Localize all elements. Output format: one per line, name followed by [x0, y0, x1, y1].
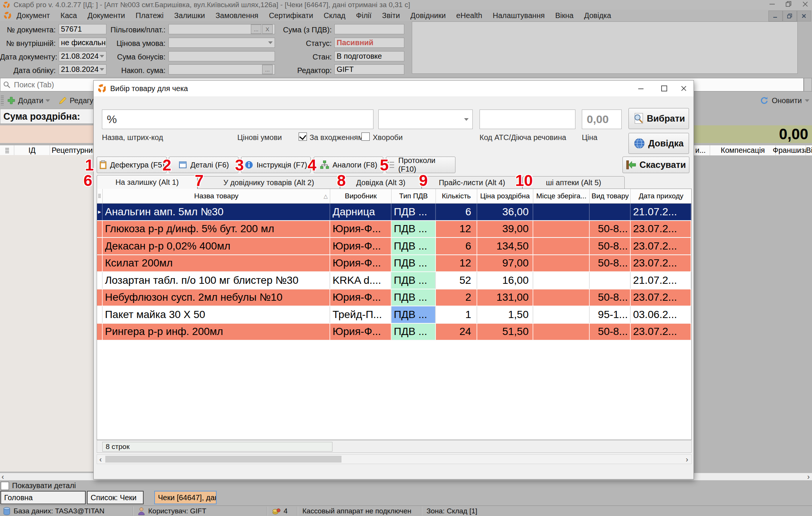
menu-item-platezhi[interactable]: Платежі — [131, 11, 169, 20]
refresh-button[interactable]: Оновити — [760, 94, 809, 107]
price-conditions-combo[interactable] — [378, 110, 473, 129]
add-button[interactable]: Додати — [18, 96, 43, 105]
chevron-down-icon[interactable] — [268, 41, 273, 44]
column-header-vidpu[interactable]: Відпу — [806, 145, 812, 155]
tab-u-dovidnyku-tovariv[interactable]: У довіднику товарів (Alt 2) — [197, 176, 340, 189]
mdi-restore-icon[interactable] — [783, 11, 797, 21]
column-header-partial[interactable]: и... — [691, 145, 710, 155]
scroll-left-icon[interactable]: ‹ — [2, 473, 4, 480]
diseases-checkbox[interactable] — [361, 132, 370, 141]
menu-item-zvity[interactable]: Звіти — [377, 11, 405, 20]
refresh-dropdown-icon[interactable] — [805, 99, 809, 102]
add-dropdown-icon[interactable] — [46, 99, 50, 102]
menu-item-dovidnyky[interactable]: Довідники — [405, 11, 451, 20]
help-button[interactable]: Довідка — [628, 133, 689, 154]
menu-item-sklad[interactable]: Склад — [319, 11, 351, 20]
doc-number-field[interactable]: 57671 — [59, 24, 106, 34]
price-input[interactable] — [582, 110, 621, 129]
annotation-5: 5 — [380, 157, 389, 174]
toolbar-grip[interactable] — [1, 96, 4, 105]
menu-item-vikna[interactable]: Вікна — [550, 11, 579, 20]
mdi-close-icon[interactable] — [797, 11, 811, 21]
menu-item-sertyfikaty[interactable]: Сертифікати — [264, 11, 319, 20]
table-row[interactable]: ▸ Анальгин амп. 5мл №30 Дарница ПДВ ... … — [97, 204, 691, 221]
column-header-vat[interactable]: Тип ПДВ — [392, 189, 436, 203]
column-header-qty[interactable]: Кількість — [436, 189, 477, 203]
menu-item-dovidka[interactable]: Довідка — [579, 11, 616, 20]
menu-item-nalashtuvannia[interactable]: Налаштування — [487, 11, 550, 20]
sum-vat-field[interactable] — [334, 24, 404, 34]
close-icon[interactable] — [802, 1, 808, 9]
column-header-price[interactable]: Ціна роздрібна — [477, 189, 533, 203]
dialog-hscrollbar[interactable]: ‹ › — [97, 454, 692, 464]
menu-item-dokumenty[interactable]: Документи — [82, 11, 131, 20]
column-header-storage[interactable]: Місце зберіга... — [533, 189, 590, 203]
accum-sum-browse-button[interactable]: ... — [262, 65, 273, 74]
doc-date-field[interactable]: 21.08.2024 — [59, 51, 106, 61]
mdi-minimize-icon[interactable] — [768, 11, 783, 21]
scroll-left-icon[interactable]: ‹ — [99, 455, 102, 464]
beneficiary-clear-button[interactable]: X — [262, 24, 273, 34]
table-row[interactable]: Глюкоза р-р д/инф. 5% бут. 200 мл Юрия-Ф… — [97, 221, 691, 238]
menu-item-zalyshky[interactable]: Залишки — [169, 11, 210, 20]
product-search-input[interactable] — [102, 110, 373, 129]
scroll-right-icon[interactable]: › — [807, 473, 810, 480]
product-search-box — [102, 110, 373, 129]
analogs-button[interactable]: Аналоги (F8) — [314, 157, 383, 173]
account-date-field[interactable]: 21.08.2024 — [59, 64, 106, 75]
table-row[interactable]: Рингера р-р инф. 200мл Юрия-Ф... ПДВ ...… — [97, 324, 691, 341]
column-header-kompensatsiia[interactable]: Компенсація — [710, 145, 776, 155]
details-button[interactable]: Деталі (F6) — [169, 157, 238, 173]
column-header-manufacturer[interactable]: Виробник — [330, 189, 392, 203]
price-condition-select[interactable] — [168, 38, 275, 48]
by-occurrence-checkbox[interactable] — [299, 132, 307, 141]
tab-inshi-apteky[interactable]: ші аптеки (Alt 5) — [522, 176, 625, 189]
internal-number-field[interactable]: не фискальный — [59, 38, 106, 48]
column-header-kind[interactable]: Вид товару — [590, 189, 631, 203]
table-row[interactable]: Ксилат 200мл Юрия-Ф... ПДВ ... 12 97,00 … — [97, 255, 691, 272]
show-details-checkbox[interactable] — [1, 482, 9, 490]
cell-manufacturer: KRKA d.... — [330, 272, 392, 289]
dialog-maximize-icon[interactable] — [656, 81, 673, 96]
column-header-id[interactable]: ІД — [14, 145, 50, 155]
tab-dovidka[interactable]: Довідка (Alt 3) — [340, 176, 422, 189]
tab-cheky-64647[interactable]: Чеки [64647], дані ... — [154, 491, 217, 504]
menu-item-kasa[interactable]: Каса — [55, 11, 82, 20]
cell-manufacturer: Дарница — [330, 204, 392, 220]
accum-sum-field[interactable]: ... — [168, 64, 275, 75]
column-header-franshyza[interactable]: Франшиза — [776, 145, 806, 155]
defektura-button[interactable]: Дефектура (F5) — [97, 157, 167, 173]
select-button[interactable]: Вибрати — [628, 108, 689, 129]
menu-item-ehealth[interactable]: eHealth — [451, 11, 487, 20]
menu-item-zamovlennia[interactable]: Замовлення — [210, 11, 264, 20]
menu-item-dokument[interactable]: Документ — [11, 11, 55, 20]
cancel-button[interactable]: Скасувати — [622, 157, 689, 173]
protocols-button[interactable]: Протоколи (F10) — [386, 157, 455, 173]
restore-icon[interactable] — [786, 1, 792, 9]
column-header-name[interactable]: Назва товару △ — [103, 189, 330, 203]
beneficiary-browse-button[interactable]: ... — [251, 24, 261, 34]
tab-na-zalyshku[interactable]: На залишку (Alt 1) — [97, 175, 197, 189]
dialog-close-icon[interactable] — [675, 81, 692, 96]
scroll-right-icon[interactable]: › — [686, 455, 688, 464]
scrollbar-thumb[interactable] — [105, 456, 341, 463]
tab-prais-lysty[interactable]: Прайс-листи (Alt 4) — [422, 176, 522, 189]
menu-item-filii[interactable]: Філії — [351, 11, 377, 20]
chevron-down-icon[interactable] — [100, 55, 104, 58]
atc-code-input[interactable] — [480, 110, 575, 129]
search-bar-end-button[interactable] — [804, 78, 812, 91]
chevron-down-icon[interactable] — [100, 68, 104, 71]
bonus-sum-field[interactable] — [168, 51, 275, 61]
instruction-button[interactable]: Інструкція (F7) — [241, 157, 311, 173]
dialog-minimize-icon[interactable] — [632, 81, 650, 96]
table-row[interactable]: Лозартан табл. п/о 100 мг блистер №30 KR… — [97, 272, 691, 289]
table-row[interactable]: Пакет майка 30 X 50 Трейд-П... ПДВ ... 1… — [97, 306, 691, 324]
beneficiary-field[interactable]: ... X — [168, 24, 275, 34]
minimize-icon[interactable] — [769, 1, 775, 9]
tab-spysok-cheky[interactable]: Список: Чеки — [87, 491, 144, 504]
column-header-receptury[interactable]: Рецептурний — [50, 145, 99, 155]
table-row[interactable]: Небуфлюзон сусп. 2мл небулы №10 Юрия-Ф..… — [97, 289, 691, 307]
column-header-arrival[interactable]: Дата приходу — [631, 189, 691, 203]
tab-holovna[interactable]: Головна — [0, 491, 86, 504]
table-row[interactable]: Декасан р-р 0,02% 400мл Юрия-Ф... ПДВ ..… — [97, 238, 691, 255]
